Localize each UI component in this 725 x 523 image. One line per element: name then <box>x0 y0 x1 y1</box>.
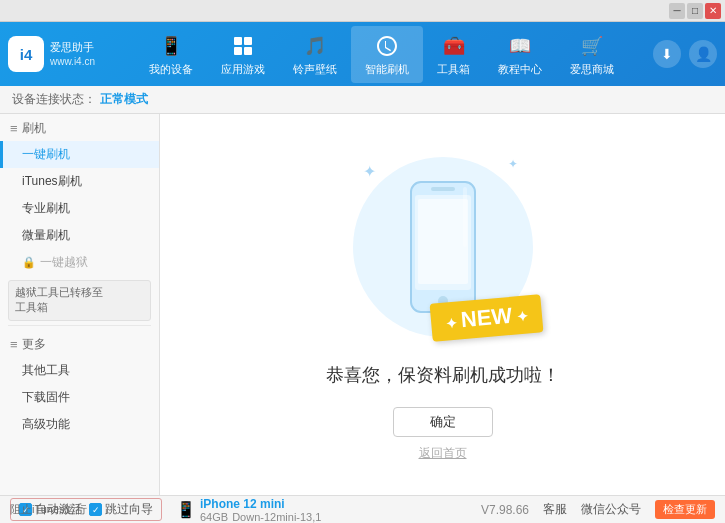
device-name: iPhone 12 mini <box>200 497 321 511</box>
status-label: 设备连接状态： <box>12 91 96 108</box>
nav-store[interactable]: 🛒 爱思商城 <box>556 26 628 83</box>
device-phone-icon: 📱 <box>176 500 196 519</box>
nav-tutorials-label: 教程中心 <box>498 62 542 77</box>
nav-apps-games[interactable]: 应用游戏 <box>207 26 279 83</box>
svg-rect-1 <box>244 37 252 45</box>
logo-icon: i4 <box>8 36 44 72</box>
nav-my-device[interactable]: 📱 我的设备 <box>135 26 207 83</box>
sidebar-item-itunes[interactable]: iTunes刷机 <box>0 168 159 195</box>
store-icon: 🛒 <box>578 32 606 60</box>
nav-items: 📱 我的设备 应用游戏 🎵 铃声壁纸 <box>118 26 645 83</box>
phone-illustration: ✦ ✦ NEW <box>343 147 543 347</box>
nav-ringtones[interactable]: 🎵 铃声壁纸 <box>279 26 351 83</box>
nav-smart-flash-label: 智能刷机 <box>365 62 409 77</box>
return-link[interactable]: 返回首页 <box>419 445 467 462</box>
bottom-bar: ✓ 自动激活 ✓ 跳过向导 📱 iPhone 12 mini 64GB Down… <box>0 495 725 523</box>
success-text: 恭喜您，保资料刷机成功啦！ <box>326 363 560 387</box>
phone-svg <box>403 177 483 317</box>
sidebar-jailbreak-note: 越狱工具已转移至工具箱 <box>8 280 151 321</box>
sidebar-grayed-jailbreak: 🔒 一键越狱 <box>0 249 159 276</box>
logo-text: 爱思助手 www.i4.cn <box>50 40 95 67</box>
sidebar-item-advanced[interactable]: 高级功能 <box>0 411 159 438</box>
status-value: 正常模式 <box>100 91 148 108</box>
more-section-icon: ≡ <box>10 337 18 352</box>
device-capacity: 64GB <box>200 511 228 523</box>
skip-wizard-checkbox[interactable]: ✓ 跳过向导 <box>89 501 153 518</box>
logo: i4 爱思助手 www.i4.cn <box>8 36 108 72</box>
sidebar-divider <box>8 325 151 326</box>
nav-smart-flash[interactable]: 智能刷机 <box>351 26 423 83</box>
sidebar-item-download-fw[interactable]: 下载固件 <box>0 384 159 411</box>
sidebar-section-more: ≡ 更多 <box>0 330 159 357</box>
nav-toolbox[interactable]: 🧰 工具箱 <box>423 26 484 83</box>
sidebar-item-other-tools[interactable]: 其他工具 <box>0 357 159 384</box>
service-link[interactable]: 客服 <box>543 501 567 518</box>
update-button[interactable]: 检查更新 <box>655 500 715 519</box>
sidebar-section-flash: ≡ 刷机 <box>0 114 159 141</box>
nav-store-label: 爱思商城 <box>570 62 614 77</box>
nav-tutorials[interactable]: 📖 教程中心 <box>484 26 556 83</box>
confirm-button[interactable]: 确定 <box>393 407 493 437</box>
nav-ringtones-label: 铃声壁纸 <box>293 62 337 77</box>
svg-rect-3 <box>244 47 252 55</box>
nav-toolbox-label: 工具箱 <box>437 62 470 77</box>
device-model: Down-12mini-13,1 <box>232 511 321 523</box>
stop-itunes-button[interactable]: 阻止iTunes运行 <box>10 502 87 517</box>
status-bar: 设备连接状态： 正常模式 <box>0 86 725 114</box>
smart-flash-icon <box>373 32 401 60</box>
svg-rect-9 <box>463 187 467 247</box>
nav-apps-label: 应用游戏 <box>221 62 265 77</box>
sidebar-item-pro-flash[interactable]: 专业刷机 <box>0 195 159 222</box>
flash-section-icon: ≡ <box>10 121 18 136</box>
svg-rect-0 <box>234 37 242 45</box>
sparkles-left: ✦ <box>363 162 376 181</box>
lock-icon: 🔒 <box>22 256 36 269</box>
svg-rect-8 <box>418 199 468 284</box>
wechat-link[interactable]: 微信公众号 <box>581 501 641 518</box>
my-device-icon: 📱 <box>157 32 185 60</box>
sidebar: ≡ 刷机 一键刷机 iTunes刷机 专业刷机 微量刷机 🔒 一键越狱 越狱工具… <box>0 114 160 495</box>
sidebar-item-one-click[interactable]: 一键刷机 <box>0 141 159 168</box>
close-button[interactable]: ✕ <box>705 3 721 19</box>
content-area: ✦ ✦ NEW 恭喜您，保资料刷机成功啦！ 确定 返回首页 <box>160 114 725 495</box>
bottom-right: V7.98.66 客服 微信公众号 检查更新 <box>481 500 715 519</box>
version-text: V7.98.66 <box>481 503 529 517</box>
main-layout: ≡ 刷机 一键刷机 iTunes刷机 专业刷机 微量刷机 🔒 一键越狱 越狱工具… <box>0 114 725 495</box>
sparkles-right: ✦ <box>508 157 518 171</box>
toolbox-icon: 🧰 <box>440 32 468 60</box>
tutorials-icon: 📖 <box>506 32 534 60</box>
title-bar: ─ □ ✕ <box>0 0 725 22</box>
new-badge: NEW <box>430 294 544 342</box>
user-button[interactable]: 👤 <box>689 40 717 68</box>
nav-right: ⬇ 👤 <box>653 40 717 68</box>
minimize-button[interactable]: ─ <box>669 3 685 19</box>
nav-my-device-label: 我的设备 <box>149 62 193 77</box>
download-button[interactable]: ⬇ <box>653 40 681 68</box>
ringtones-icon: 🎵 <box>301 32 329 60</box>
apps-games-icon <box>229 32 257 60</box>
top-nav: i4 爱思助手 www.i4.cn 📱 我的设备 应用游戏 🎵 铃 <box>0 22 725 86</box>
skip-wizard-check-icon: ✓ <box>89 503 102 516</box>
maximize-button[interactable]: □ <box>687 3 703 19</box>
svg-rect-2 <box>234 47 242 55</box>
sidebar-item-micro-flash[interactable]: 微量刷机 <box>0 222 159 249</box>
svg-rect-7 <box>431 187 455 191</box>
